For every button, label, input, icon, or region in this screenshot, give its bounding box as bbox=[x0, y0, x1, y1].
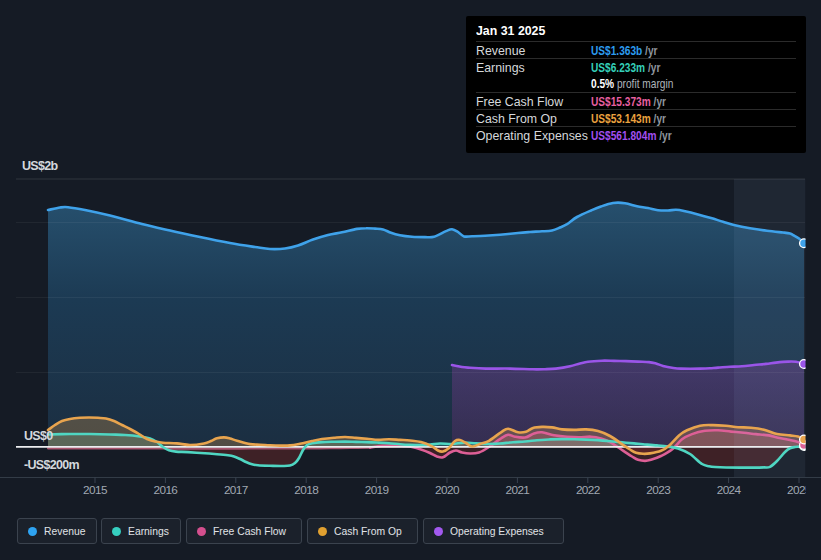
svg-text:2025: 2025 bbox=[787, 483, 812, 497]
svg-text:2023: 2023 bbox=[646, 483, 671, 497]
svg-text:US$2b: US$2b bbox=[22, 159, 58, 173]
svg-text:2018: 2018 bbox=[294, 483, 319, 497]
svg-text:2021: 2021 bbox=[505, 483, 529, 497]
svg-text:2022: 2022 bbox=[576, 483, 600, 497]
svg-text:2024: 2024 bbox=[717, 483, 742, 497]
svg-text:-US$200m: -US$200m bbox=[24, 458, 79, 472]
svg-text:2015: 2015 bbox=[83, 483, 108, 497]
svg-text:2017: 2017 bbox=[224, 483, 248, 497]
svg-text:2016: 2016 bbox=[153, 483, 178, 497]
svg-text:2019: 2019 bbox=[365, 483, 389, 497]
svg-text:2020: 2020 bbox=[435, 483, 460, 497]
svg-text:US$0: US$0 bbox=[24, 429, 53, 443]
